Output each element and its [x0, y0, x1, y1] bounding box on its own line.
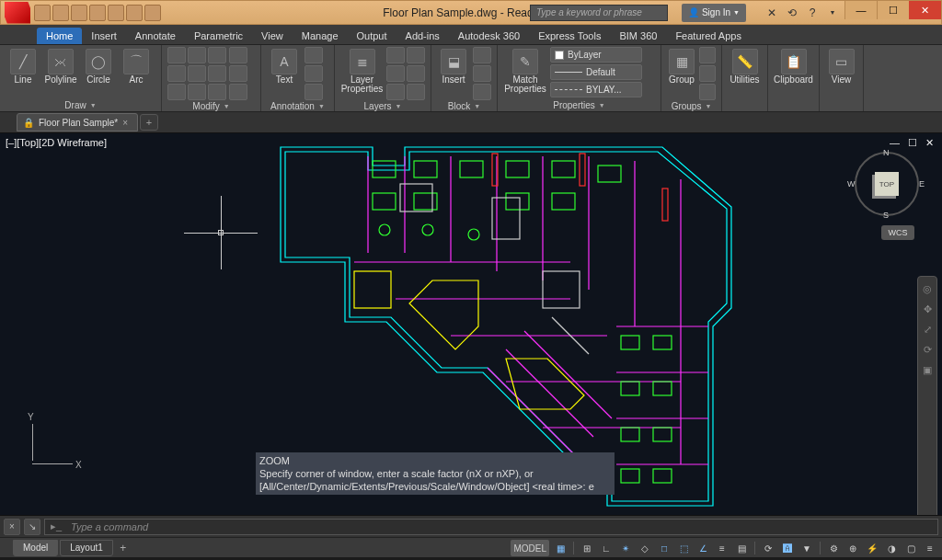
- group-button[interactable]: ▦Group: [667, 47, 696, 85]
- view-button[interactable]: ▭View: [825, 47, 857, 85]
- exchange-apps-icon[interactable]: ✕: [764, 6, 779, 20]
- workspace-switch-icon[interactable]: ⚙: [825, 540, 842, 556]
- qat-redo-icon[interactable]: [144, 5, 161, 21]
- command-input[interactable]: ▸_ Type a command: [44, 519, 938, 535]
- erase-button[interactable]: [229, 65, 247, 82]
- qat-undo-icon[interactable]: [126, 5, 143, 21]
- compass-e[interactable]: E: [919, 179, 925, 189]
- isodraft-toggle-icon[interactable]: ◇: [637, 540, 653, 556]
- new-file-tab-button[interactable]: +: [140, 114, 158, 131]
- annotation-monitor-icon[interactable]: ⊕: [844, 540, 861, 556]
- layer-state-button[interactable]: [407, 84, 425, 100]
- polyline-button[interactable]: ⩙Polyline: [43, 47, 78, 85]
- viewcube-face[interactable]: TOP: [875, 172, 899, 196]
- qat-plot-icon[interactable]: [108, 5, 124, 21]
- trim-button[interactable]: [208, 47, 226, 63]
- lineweight-dropdown[interactable]: Default: [550, 64, 642, 80]
- showmotion-icon[interactable]: ▣: [920, 362, 935, 377]
- panel-annotation-title[interactable]: Annotation▼: [267, 100, 328, 111]
- rotate-button[interactable]: [188, 47, 206, 63]
- panel-modify-title[interactable]: Modify▼: [167, 100, 255, 111]
- lineweight-toggle-icon[interactable]: ≡: [714, 540, 730, 556]
- help-dropdown-icon[interactable]: ▼: [825, 6, 840, 20]
- layer-iso-button[interactable]: [407, 47, 425, 63]
- file-tab-active[interactable]: 🔒 Floor Plan Sample* ×: [17, 113, 138, 131]
- panel-properties-title[interactable]: Properties▼: [503, 98, 655, 110]
- scale-button[interactable]: [188, 84, 206, 100]
- table-button[interactable]: [304, 84, 323, 100]
- close-button[interactable]: ✕: [909, 1, 941, 19]
- pan-icon[interactable]: ✥: [920, 302, 935, 316]
- compass-n[interactable]: N: [883, 148, 890, 157]
- tab-expresstools[interactable]: Express Tools: [529, 28, 610, 44]
- tab-featuredapps[interactable]: Featured Apps: [666, 28, 751, 44]
- tab-autodesk360[interactable]: Autodesk 360: [449, 28, 529, 44]
- maximize-button[interactable]: ☐: [877, 1, 909, 19]
- fillet-button[interactable]: [208, 65, 226, 82]
- copy-button[interactable]: [167, 65, 186, 82]
- qat-saveas-icon[interactable]: [89, 5, 106, 21]
- tab-home[interactable]: Home: [37, 28, 82, 44]
- offset-button[interactable]: [229, 47, 247, 63]
- wcs-badge[interactable]: WCS: [881, 225, 914, 240]
- array-button[interactable]: [208, 84, 226, 100]
- tab-output[interactable]: Output: [348, 28, 396, 44]
- signin-button[interactable]: 👤 Sign In ▼: [682, 4, 746, 22]
- layout-tab-layout1[interactable]: Layout1: [60, 540, 113, 556]
- layer-freeze-button[interactable]: [386, 65, 405, 82]
- panel-block-title[interactable]: Block▼: [437, 100, 491, 111]
- 3dosnap-toggle-icon[interactable]: ⬚: [675, 540, 692, 556]
- leader-button[interactable]: [304, 65, 323, 82]
- app-logo-icon[interactable]: [5, 2, 30, 24]
- customize-status-icon[interactable]: ≡: [922, 540, 938, 556]
- modelspace-button[interactable]: MODEL: [511, 540, 549, 556]
- compass-w[interactable]: W: [847, 179, 856, 189]
- utilities-button[interactable]: 📏Utilities: [728, 47, 762, 85]
- grid-toggle-icon[interactable]: ▦: [552, 540, 569, 556]
- panel-groups-title[interactable]: Groups▼: [667, 100, 716, 111]
- close-cmdline-button[interactable]: ×: [4, 519, 20, 535]
- layer-off-button[interactable]: [386, 47, 405, 63]
- annoscale-dropdown-icon[interactable]: ▼: [798, 540, 815, 556]
- stay-connected-icon[interactable]: ⟲: [785, 6, 799, 20]
- ortho-toggle-icon[interactable]: ∟: [598, 540, 615, 556]
- arc-button[interactable]: ⌒Arc: [119, 47, 154, 85]
- isolate-objects-icon[interactable]: ◑: [883, 540, 900, 556]
- line-button[interactable]: ╱Line: [6, 47, 40, 85]
- explode-button[interactable]: [229, 84, 247, 100]
- infocenter-search-input[interactable]: Type a keyword or phrase: [530, 5, 668, 21]
- annotation-scale-icon[interactable]: 🅰: [779, 540, 796, 556]
- text-button[interactable]: AText: [267, 47, 302, 85]
- otrack-toggle-icon[interactable]: ∠: [695, 540, 711, 556]
- orbit-icon[interactable]: ⟳: [920, 342, 935, 357]
- transparency-toggle-icon[interactable]: ▤: [733, 540, 750, 556]
- osnap-toggle-icon[interactable]: □: [656, 540, 672, 556]
- compass-s[interactable]: S: [883, 211, 889, 220]
- tab-parametric[interactable]: Parametric: [185, 28, 252, 44]
- viewcube[interactable]: TOP N S E W: [855, 152, 919, 216]
- steering-wheel-icon[interactable]: ◎: [920, 281, 935, 296]
- match-properties-button[interactable]: ✎Match Properties: [503, 47, 547, 94]
- minimize-button[interactable]: —: [844, 1, 877, 19]
- tab-insert[interactable]: Insert: [82, 28, 126, 44]
- mirror-button[interactable]: [188, 65, 206, 82]
- new-layout-button[interactable]: +: [115, 540, 132, 556]
- zoom-extents-icon[interactable]: ⤢: [920, 322, 935, 337]
- create-block-button[interactable]: [473, 47, 491, 63]
- clipboard-button[interactable]: 📋Clipboard: [774, 47, 813, 85]
- group-select-button[interactable]: [699, 84, 716, 100]
- snap-toggle-icon[interactable]: ⊞: [579, 540, 595, 556]
- qat-save-icon[interactable]: [71, 5, 87, 21]
- tab-annotate[interactable]: Annotate: [126, 28, 185, 44]
- layer-lock-button[interactable]: [407, 65, 425, 82]
- edit-attr-button[interactable]: [473, 84, 491, 100]
- tab-bim360[interactable]: BIM 360: [610, 28, 666, 44]
- selection-cycling-icon[interactable]: ⟳: [760, 540, 776, 556]
- viewport-min-icon[interactable]: —: [888, 137, 902, 149]
- viewport-label[interactable]: [–][Top][2D Wireframe]: [6, 137, 107, 148]
- panel-layers-title[interactable]: Layers▼: [340, 100, 425, 111]
- stretch-button[interactable]: [167, 84, 186, 100]
- color-dropdown[interactable]: ByLayer: [550, 47, 642, 63]
- tab-addins[interactable]: Add-ins: [396, 28, 449, 44]
- drawing-viewport[interactable]: [–][Top][2D Wireframe] — ☐ ✕: [0, 133, 942, 515]
